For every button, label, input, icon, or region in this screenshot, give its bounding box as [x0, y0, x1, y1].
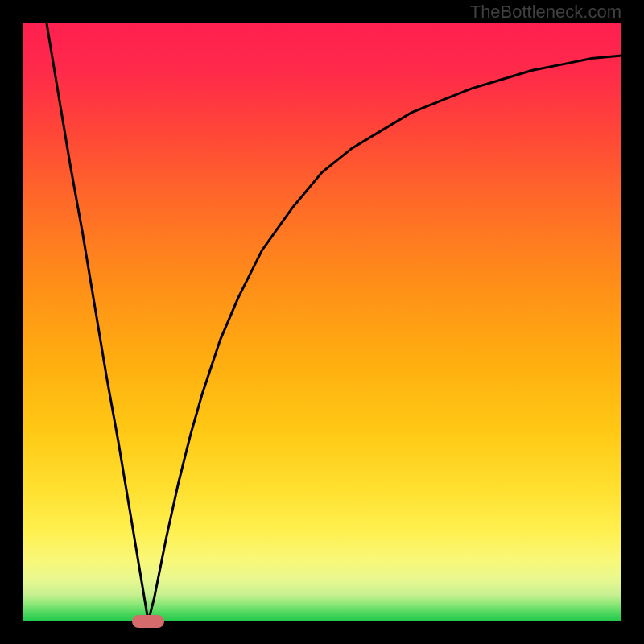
watermark-text: TheBottleneck.com — [470, 2, 621, 23]
optimal-point-marker — [132, 615, 164, 628]
bottleneck-curve — [23, 23, 621, 621]
chart-area — [23, 23, 621, 621]
